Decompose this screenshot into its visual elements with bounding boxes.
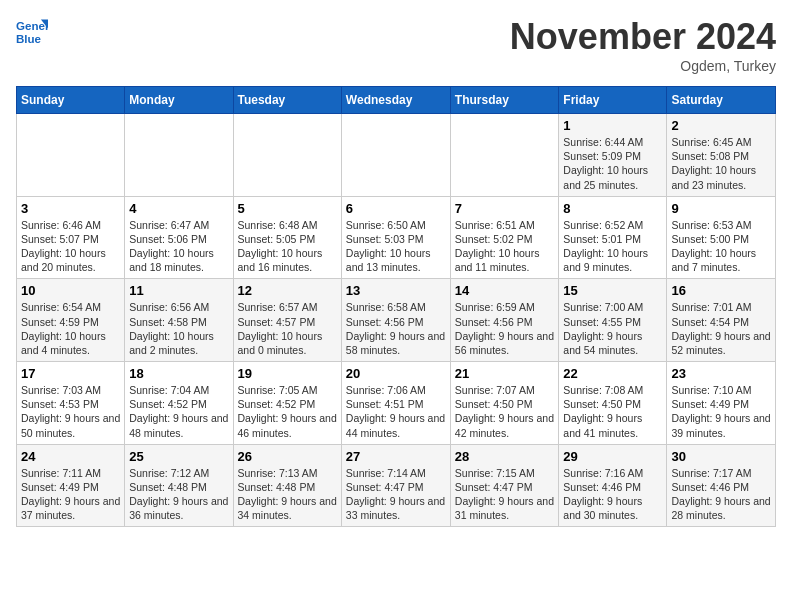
day-cell: 9Sunrise: 6:53 AM Sunset: 5:00 PM Daylig… bbox=[667, 196, 776, 279]
day-cell: 4Sunrise: 6:47 AM Sunset: 5:06 PM Daylig… bbox=[125, 196, 233, 279]
day-cell: 30Sunrise: 7:17 AM Sunset: 4:46 PM Dayli… bbox=[667, 444, 776, 527]
day-info: Sunrise: 7:08 AM Sunset: 4:50 PM Dayligh… bbox=[563, 383, 662, 440]
day-number: 29 bbox=[563, 449, 662, 464]
day-info: Sunrise: 6:46 AM Sunset: 5:07 PM Dayligh… bbox=[21, 218, 120, 275]
col-header-wednesday: Wednesday bbox=[341, 87, 450, 114]
day-cell: 24Sunrise: 7:11 AM Sunset: 4:49 PM Dayli… bbox=[17, 444, 125, 527]
col-header-monday: Monday bbox=[125, 87, 233, 114]
day-cell bbox=[450, 114, 559, 197]
day-number: 25 bbox=[129, 449, 228, 464]
day-cell: 12Sunrise: 6:57 AM Sunset: 4:57 PM Dayli… bbox=[233, 279, 341, 362]
day-info: Sunrise: 7:00 AM Sunset: 4:55 PM Dayligh… bbox=[563, 300, 662, 357]
day-cell: 3Sunrise: 6:46 AM Sunset: 5:07 PM Daylig… bbox=[17, 196, 125, 279]
day-number: 16 bbox=[671, 283, 771, 298]
day-cell: 27Sunrise: 7:14 AM Sunset: 4:47 PM Dayli… bbox=[341, 444, 450, 527]
day-info: Sunrise: 6:57 AM Sunset: 4:57 PM Dayligh… bbox=[238, 300, 337, 357]
day-cell: 14Sunrise: 6:59 AM Sunset: 4:56 PM Dayli… bbox=[450, 279, 559, 362]
day-info: Sunrise: 7:03 AM Sunset: 4:53 PM Dayligh… bbox=[21, 383, 120, 440]
day-info: Sunrise: 6:56 AM Sunset: 4:58 PM Dayligh… bbox=[129, 300, 228, 357]
day-info: Sunrise: 7:01 AM Sunset: 4:54 PM Dayligh… bbox=[671, 300, 771, 357]
day-number: 21 bbox=[455, 366, 555, 381]
day-cell: 18Sunrise: 7:04 AM Sunset: 4:52 PM Dayli… bbox=[125, 362, 233, 445]
day-cell: 10Sunrise: 6:54 AM Sunset: 4:59 PM Dayli… bbox=[17, 279, 125, 362]
col-header-tuesday: Tuesday bbox=[233, 87, 341, 114]
col-header-saturday: Saturday bbox=[667, 87, 776, 114]
day-number: 15 bbox=[563, 283, 662, 298]
day-cell: 1Sunrise: 6:44 AM Sunset: 5:09 PM Daylig… bbox=[559, 114, 667, 197]
day-number: 7 bbox=[455, 201, 555, 216]
day-info: Sunrise: 6:58 AM Sunset: 4:56 PM Dayligh… bbox=[346, 300, 446, 357]
week-row-2: 3Sunrise: 6:46 AM Sunset: 5:07 PM Daylig… bbox=[17, 196, 776, 279]
day-cell: 17Sunrise: 7:03 AM Sunset: 4:53 PM Dayli… bbox=[17, 362, 125, 445]
title-block: November 2024 Ogdem, Turkey bbox=[510, 16, 776, 74]
day-number: 17 bbox=[21, 366, 120, 381]
day-number: 18 bbox=[129, 366, 228, 381]
day-cell: 13Sunrise: 6:58 AM Sunset: 4:56 PM Dayli… bbox=[341, 279, 450, 362]
logo-icon: General Blue bbox=[16, 16, 48, 48]
week-row-3: 10Sunrise: 6:54 AM Sunset: 4:59 PM Dayli… bbox=[17, 279, 776, 362]
day-info: Sunrise: 6:51 AM Sunset: 5:02 PM Dayligh… bbox=[455, 218, 555, 275]
day-cell: 5Sunrise: 6:48 AM Sunset: 5:05 PM Daylig… bbox=[233, 196, 341, 279]
day-number: 30 bbox=[671, 449, 771, 464]
day-info: Sunrise: 6:45 AM Sunset: 5:08 PM Dayligh… bbox=[671, 135, 771, 192]
day-cell: 11Sunrise: 6:56 AM Sunset: 4:58 PM Dayli… bbox=[125, 279, 233, 362]
day-cell bbox=[17, 114, 125, 197]
day-number: 9 bbox=[671, 201, 771, 216]
day-info: Sunrise: 6:54 AM Sunset: 4:59 PM Dayligh… bbox=[21, 300, 120, 357]
col-header-thursday: Thursday bbox=[450, 87, 559, 114]
day-number: 24 bbox=[21, 449, 120, 464]
col-header-sunday: Sunday bbox=[17, 87, 125, 114]
day-info: Sunrise: 7:17 AM Sunset: 4:46 PM Dayligh… bbox=[671, 466, 771, 523]
day-info: Sunrise: 6:50 AM Sunset: 5:03 PM Dayligh… bbox=[346, 218, 446, 275]
month-title: November 2024 bbox=[510, 16, 776, 58]
day-cell: 23Sunrise: 7:10 AM Sunset: 4:49 PM Dayli… bbox=[667, 362, 776, 445]
day-cell: 2Sunrise: 6:45 AM Sunset: 5:08 PM Daylig… bbox=[667, 114, 776, 197]
day-info: Sunrise: 6:44 AM Sunset: 5:09 PM Dayligh… bbox=[563, 135, 662, 192]
day-number: 19 bbox=[238, 366, 337, 381]
day-info: Sunrise: 7:07 AM Sunset: 4:50 PM Dayligh… bbox=[455, 383, 555, 440]
day-number: 22 bbox=[563, 366, 662, 381]
day-cell: 21Sunrise: 7:07 AM Sunset: 4:50 PM Dayli… bbox=[450, 362, 559, 445]
day-cell bbox=[233, 114, 341, 197]
day-info: Sunrise: 6:47 AM Sunset: 5:06 PM Dayligh… bbox=[129, 218, 228, 275]
day-number: 1 bbox=[563, 118, 662, 133]
day-cell: 15Sunrise: 7:00 AM Sunset: 4:55 PM Dayli… bbox=[559, 279, 667, 362]
day-number: 28 bbox=[455, 449, 555, 464]
day-info: Sunrise: 7:06 AM Sunset: 4:51 PM Dayligh… bbox=[346, 383, 446, 440]
day-info: Sunrise: 6:52 AM Sunset: 5:01 PM Dayligh… bbox=[563, 218, 662, 275]
day-info: Sunrise: 7:12 AM Sunset: 4:48 PM Dayligh… bbox=[129, 466, 228, 523]
day-number: 2 bbox=[671, 118, 771, 133]
day-info: Sunrise: 7:04 AM Sunset: 4:52 PM Dayligh… bbox=[129, 383, 228, 440]
day-info: Sunrise: 7:11 AM Sunset: 4:49 PM Dayligh… bbox=[21, 466, 120, 523]
day-number: 27 bbox=[346, 449, 446, 464]
day-number: 23 bbox=[671, 366, 771, 381]
col-header-friday: Friday bbox=[559, 87, 667, 114]
day-info: Sunrise: 6:59 AM Sunset: 4:56 PM Dayligh… bbox=[455, 300, 555, 357]
day-cell: 29Sunrise: 7:16 AM Sunset: 4:46 PM Dayli… bbox=[559, 444, 667, 527]
day-info: Sunrise: 7:10 AM Sunset: 4:49 PM Dayligh… bbox=[671, 383, 771, 440]
week-row-4: 17Sunrise: 7:03 AM Sunset: 4:53 PM Dayli… bbox=[17, 362, 776, 445]
day-number: 14 bbox=[455, 283, 555, 298]
day-cell: 8Sunrise: 6:52 AM Sunset: 5:01 PM Daylig… bbox=[559, 196, 667, 279]
calendar-table: SundayMondayTuesdayWednesdayThursdayFrid… bbox=[16, 86, 776, 527]
day-number: 11 bbox=[129, 283, 228, 298]
day-cell: 6Sunrise: 6:50 AM Sunset: 5:03 PM Daylig… bbox=[341, 196, 450, 279]
day-cell: 20Sunrise: 7:06 AM Sunset: 4:51 PM Dayli… bbox=[341, 362, 450, 445]
day-number: 10 bbox=[21, 283, 120, 298]
week-row-1: 1Sunrise: 6:44 AM Sunset: 5:09 PM Daylig… bbox=[17, 114, 776, 197]
day-info: Sunrise: 7:15 AM Sunset: 4:47 PM Dayligh… bbox=[455, 466, 555, 523]
day-cell: 28Sunrise: 7:15 AM Sunset: 4:47 PM Dayli… bbox=[450, 444, 559, 527]
day-info: Sunrise: 7:13 AM Sunset: 4:48 PM Dayligh… bbox=[238, 466, 337, 523]
day-cell: 26Sunrise: 7:13 AM Sunset: 4:48 PM Dayli… bbox=[233, 444, 341, 527]
day-cell: 7Sunrise: 6:51 AM Sunset: 5:02 PM Daylig… bbox=[450, 196, 559, 279]
day-cell bbox=[341, 114, 450, 197]
day-number: 13 bbox=[346, 283, 446, 298]
location-subtitle: Ogdem, Turkey bbox=[510, 58, 776, 74]
day-cell: 16Sunrise: 7:01 AM Sunset: 4:54 PM Dayli… bbox=[667, 279, 776, 362]
day-cell: 22Sunrise: 7:08 AM Sunset: 4:50 PM Dayli… bbox=[559, 362, 667, 445]
day-info: Sunrise: 7:14 AM Sunset: 4:47 PM Dayligh… bbox=[346, 466, 446, 523]
logo: General Blue bbox=[16, 16, 48, 48]
week-row-5: 24Sunrise: 7:11 AM Sunset: 4:49 PM Dayli… bbox=[17, 444, 776, 527]
day-info: Sunrise: 6:48 AM Sunset: 5:05 PM Dayligh… bbox=[238, 218, 337, 275]
day-cell bbox=[125, 114, 233, 197]
